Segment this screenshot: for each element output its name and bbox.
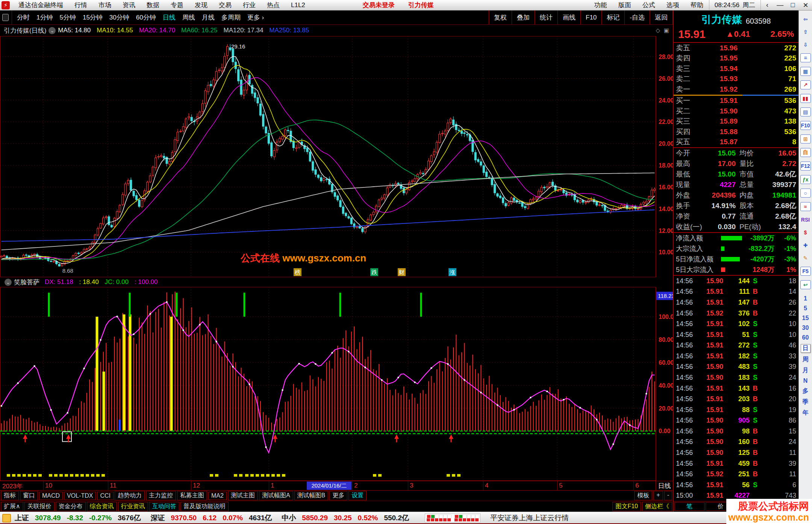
period-周线[interactable]: 周线 <box>179 13 198 22</box>
tab-MACD[interactable]: MACD <box>39 492 63 500</box>
kline-icon[interactable]: ▮▮ <box>800 94 811 103</box>
tab-+[interactable]: + <box>653 491 663 500</box>
main-candle-chart[interactable]: 28.0026.0024.0022.0020.0018.0016.0014.00… <box>0 36 673 277</box>
tab-侧边栏《[interactable]: 侧边栏《 <box>642 502 672 511</box>
minimize-button[interactable]: — <box>774 1 786 9</box>
period-日线[interactable]: 日线 <box>159 13 179 22</box>
draw-icon[interactable]: ✎ <box>801 254 810 262</box>
panel-toggle-icon[interactable]: ▣ <box>664 27 669 34</box>
bid-row[interactable]: 买二15.90473 <box>674 106 798 116</box>
tick-row[interactable]: 14:5615.91102S10 <box>674 319 798 329</box>
tick-row[interactable]: 14:5615.91182S33 <box>674 351 798 362</box>
tick-row[interactable]: 14:5615.91459B39 <box>674 458 798 469</box>
period-多周期[interactable]: 多周期 <box>218 13 244 22</box>
period-月线[interactable]: 月线 <box>198 13 218 22</box>
tool-画线[interactable]: 画线 <box>557 11 580 24</box>
tab-MA2[interactable]: MA2 <box>208 492 227 500</box>
sub-indicator-chart[interactable]: 100.080.0060.0040.0020.000.00118.23 <box>0 287 673 481</box>
period-5分钟[interactable]: 5分钟 <box>56 13 79 22</box>
ask-row[interactable]: 卖五15.96272 <box>674 43 798 53</box>
rsi-icon[interactable]: RSI <box>801 216 810 224</box>
strip-period-日[interactable]: 日 <box>801 344 810 353</box>
menu-item-10[interactable]: L1L2 <box>285 2 311 9</box>
tab-资金分布[interactable]: 资金分布 <box>56 502 86 511</box>
tick-row[interactable]: 14:5615.91147B26 <box>674 297 798 308</box>
return-icon[interactable]: ↩ <box>800 280 811 289</box>
ask-row[interactable]: 卖三15.94106 <box>674 63 798 74</box>
period-分时[interactable]: 分时 <box>14 13 33 22</box>
money-icon[interactable]: $ <box>801 228 810 237</box>
period-更多 ›[interactable]: 更多 › <box>244 13 267 22</box>
page-down-icon[interactable]: ⇩ <box>801 41 810 49</box>
bid-row[interactable]: 买五15.878 <box>674 137 798 148</box>
menu-item-6[interactable]: 发现 <box>189 1 213 9</box>
status-icon[interactable] <box>2 514 11 522</box>
strip-period-季[interactable]: 季 <box>803 398 809 406</box>
tick-row[interactable]: 14:5615.90160B24 <box>674 437 798 448</box>
tick-row[interactable]: 14:5615.9151S10 <box>674 329 798 340</box>
menu-right-3[interactable]: 选项 <box>661 1 685 9</box>
menu-right-2[interactable]: 公式 <box>637 1 661 9</box>
tick-row[interactable]: 14:5615.90144S18 <box>674 276 798 287</box>
time-axis[interactable]: 2023年1011121234562024/01/16/二日线 <box>0 481 673 491</box>
menu-item-5[interactable]: 专题 <box>165 1 189 9</box>
report-icon[interactable]: ≡ <box>800 53 811 62</box>
strip-period-1[interactable]: 1 <box>804 295 807 302</box>
period-1分钟[interactable]: 1分钟 <box>33 13 56 22</box>
bid-row[interactable]: 买一15.91536 <box>674 96 798 106</box>
tick-row[interactable]: 14:5615.91203B20 <box>674 394 798 405</box>
strip-period-30[interactable]: 30 <box>802 325 809 331</box>
ask-row[interactable]: 卖一15.92269 <box>674 84 798 95</box>
menu-item-0[interactable]: 通达信金融终端 <box>13 1 69 9</box>
menu-item-2[interactable]: 市场 <box>93 1 117 9</box>
menu-item-7[interactable]: 交易 <box>213 1 237 9</box>
strip-period-60[interactable]: 60 <box>802 334 809 341</box>
tool-F10[interactable]: F10 <box>580 11 601 24</box>
back-icon[interactable]: ⇦ <box>801 15 810 23</box>
menu-item-3[interactable]: 资讯 <box>117 1 141 9</box>
bid-row[interactable]: 买四15.88536 <box>674 127 798 137</box>
collapse-main-icon[interactable]: ⌄ <box>48 27 56 34</box>
menu-item-4[interactable]: 数据 <box>141 1 165 9</box>
tab-普及版功能说明[interactable]: 普及版功能说明 <box>180 502 229 511</box>
tab-综合资讯[interactable]: 综合资讯 <box>87 502 117 511</box>
tick-row[interactable]: 14:5615.92251B11 <box>674 469 798 480</box>
period-60分钟[interactable]: 60分钟 <box>133 13 159 22</box>
tool-返回[interactable]: 返回 <box>650 11 673 24</box>
move-icon[interactable]: ✚ <box>801 241 810 249</box>
tab-趋势动力[interactable]: 趋势动力 <box>115 491 145 500</box>
tick-rows[interactable]: 14:5615.90144S1814:5615.91111B1414:5615.… <box>674 275 798 501</box>
tab--[interactable]: - <box>664 491 672 500</box>
tab-VOL-TDX[interactable]: VOL-TDX <box>64 492 96 500</box>
stock-shortcut[interactable]: 引力传媒 <box>401 1 441 9</box>
tool-复权[interactable]: 复权 <box>489 11 512 24</box>
tick-row[interactable]: 14:5615.9156S6 <box>674 480 798 491</box>
menu-right-4[interactable]: 帮助 <box>685 1 709 9</box>
tick-row[interactable]: 14:5615.90183S24 <box>674 372 798 383</box>
tab-测试主图[interactable]: 测试主图 <box>228 491 258 500</box>
tab-私募主图[interactable]: 私募主图 <box>177 491 207 500</box>
chart-mode-icon[interactable] <box>2 14 9 21</box>
tick-row[interactable]: 14:5615.91272S46 <box>674 340 798 351</box>
f12-icon[interactable]: F12 <box>800 162 811 171</box>
relation-icon[interactable]: ⊞ <box>800 134 811 143</box>
strip-period-15[interactable]: 15 <box>802 315 809 322</box>
period-15分钟[interactable]: 15分钟 <box>79 13 106 22</box>
ask-row[interactable]: 卖四15.95225 <box>674 53 798 64</box>
radar-icon[interactable]: ○ <box>800 189 811 198</box>
formula-icon[interactable]: ƒx <box>800 175 811 184</box>
strip-period-多[interactable]: 多 <box>803 387 809 395</box>
tick-row[interactable]: 14:5615.9188S19 <box>674 405 798 415</box>
strip-period-5[interactable]: 5 <box>804 305 807 312</box>
tab-行业资讯[interactable]: 行业资讯 <box>118 502 148 511</box>
close-button[interactable]: ✕ <box>799 1 812 9</box>
ask-row[interactable]: 卖二15.9371 <box>674 74 798 85</box>
menu-item-1[interactable]: 行情 <box>69 1 93 9</box>
self-stock-icon[interactable]: 自 <box>800 148 811 157</box>
menu-right-0[interactable]: 功能 <box>589 1 613 9</box>
tool-叠加[interactable]: 叠加 <box>512 11 535 24</box>
tab-更多[interactable]: 更多 <box>329 491 347 500</box>
quote-table-icon[interactable]: ▦ <box>800 67 811 76</box>
diamond-icon[interactable]: ◇ <box>656 27 660 34</box>
page-up-icon[interactable]: ⇧ <box>801 28 810 36</box>
